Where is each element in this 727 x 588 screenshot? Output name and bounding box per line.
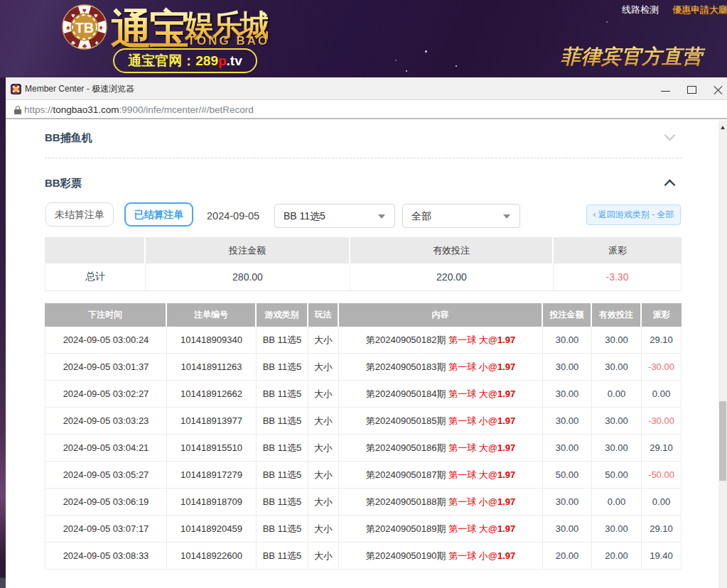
svg-text:♦: ♦ <box>95 39 99 46</box>
svg-text:♣: ♣ <box>71 39 75 46</box>
svg-text:♦: ♦ <box>99 23 102 31</box>
svg-text:♥: ♥ <box>82 6 87 14</box>
svg-text:♣: ♣ <box>82 42 87 50</box>
svg-text:♠: ♠ <box>66 23 70 31</box>
svg-text:TB: TB <box>75 20 95 36</box>
